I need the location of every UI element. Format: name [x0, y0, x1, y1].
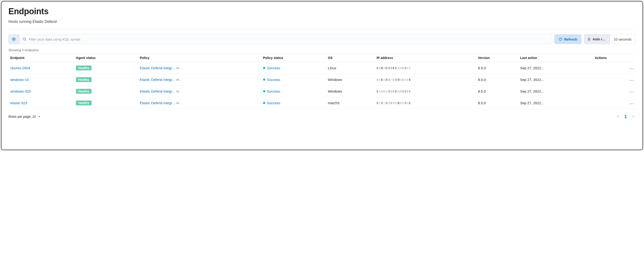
col-os[interactable]: OS	[326, 54, 374, 62]
rows-per-page-label: Rows per page: 10	[8, 115, 36, 119]
ip-redacted	[377, 90, 474, 93]
result-count: Showing 4 endpoints	[8, 48, 636, 52]
rows-per-page-select[interactable]: Rows per page: 10	[8, 115, 41, 119]
auto-refresh-label: Auto ref...	[592, 37, 606, 41]
pager-next[interactable]	[631, 114, 636, 120]
filter-icon	[12, 37, 16, 41]
table-row: elastic-523HealthyElastic Defend integr.…	[8, 97, 636, 109]
policy-link[interactable]: Elastic Defend integr...	[140, 66, 175, 70]
table-footer: Rows per page: 10 1	[8, 114, 636, 120]
chevron-right-icon	[632, 115, 635, 118]
os-cell: Linux	[326, 62, 374, 74]
last-active-cell: Sep 27, 2022...	[518, 97, 593, 109]
page-subtitle: Hosts running Elastic Defend	[8, 19, 636, 24]
policy-rev: re...	[176, 66, 181, 70]
version-cell: 8.5.0	[476, 97, 518, 109]
last-active-cell: Sep 27, 2022...	[518, 62, 593, 74]
policy-rev: re...	[176, 90, 181, 93]
policy-link[interactable]: Elastic Defend integr...	[140, 101, 175, 105]
chevron-down-icon	[38, 115, 41, 118]
row-actions-menu[interactable]	[628, 91, 635, 94]
divider	[8, 29, 636, 29]
policy-status-link[interactable]: Success	[267, 89, 280, 93]
os-cell: macOS	[326, 97, 374, 109]
policy-status-link[interactable]: Success	[267, 66, 280, 70]
filter-options-button[interactable]	[8, 34, 19, 44]
page-title: Endpoints	[8, 6, 636, 16]
col-ip[interactable]: IP address	[375, 54, 476, 62]
col-policy-status[interactable]: Policy status	[261, 54, 326, 62]
version-cell: 8.5.0	[476, 74, 518, 86]
search-icon	[23, 37, 26, 41]
os-cell: Windows	[326, 86, 374, 97]
chevron-left-icon	[617, 115, 620, 118]
col-last-active[interactable]: Last active	[518, 54, 593, 62]
auto-refresh-button[interactable]: Auto ref...	[584, 34, 610, 44]
refresh-label: Refresh	[564, 37, 577, 41]
policy-rev: re...	[176, 78, 181, 81]
refresh-icon	[559, 37, 562, 41]
pager-page-1[interactable]: 1	[624, 114, 628, 119]
endpoint-link[interactable]: elastic-523	[10, 101, 27, 105]
policy-rev: re...	[176, 101, 181, 105]
row-actions-menu[interactable]	[628, 102, 635, 105]
version-cell: 8.5.0	[476, 62, 518, 74]
last-active-cell: Sep 27, 2022...	[518, 86, 593, 97]
ip-redacted	[377, 67, 474, 69]
toolbar: Refresh Auto ref... 10 seconds	[8, 34, 636, 44]
auto-refresh-interval[interactable]: 10 seconds	[610, 34, 635, 44]
col-agent-status[interactable]: Agent status	[74, 54, 138, 62]
col-policy[interactable]: Policy	[138, 54, 261, 62]
success-dot-icon	[263, 102, 265, 104]
table-row: windows-329HealthyElastic Defend integr.…	[8, 86, 636, 97]
refresh-button[interactable]: Refresh	[554, 34, 582, 44]
policy-status-link[interactable]: Success	[267, 101, 280, 105]
endpoint-link[interactable]: windows-329	[10, 89, 31, 93]
endpoints-table: Endpoint Agent status Policy Policy stat…	[8, 53, 636, 109]
col-version[interactable]: Version	[476, 54, 518, 62]
status-badge: Healthy	[76, 66, 92, 70]
success-dot-icon	[263, 67, 265, 69]
app-frame: Endpoints Hosts running Elastic Defend R…	[1, 1, 643, 150]
ip-redacted	[377, 102, 474, 104]
row-actions-menu[interactable]	[628, 79, 635, 82]
search-field[interactable]	[19, 34, 552, 44]
auto-refresh-group: Auto ref... 10 seconds	[584, 34, 636, 44]
col-actions: Actions	[593, 54, 636, 62]
pagination: 1	[616, 114, 636, 120]
endpoint-link[interactable]: windows-10	[10, 78, 29, 82]
timer-icon	[588, 37, 591, 41]
policy-link[interactable]: Elastic Defend integr...	[140, 89, 175, 93]
policy-link[interactable]: Elastic Defend integr...	[140, 78, 175, 82]
success-dot-icon	[263, 79, 265, 81]
endpoint-link[interactable]: ubuntu-2004	[10, 66, 30, 70]
table-row: ubuntu-2004HealthyElastic Defend integr.…	[8, 62, 636, 74]
status-badge: Healthy	[76, 77, 92, 82]
success-dot-icon	[263, 90, 265, 92]
pager-prev[interactable]	[616, 114, 620, 120]
version-cell: 8.5.0	[476, 86, 518, 97]
table-header-row: Endpoint Agent status Policy Policy stat…	[8, 54, 636, 62]
table-row: windows-10HealthyElastic Defend integr..…	[8, 74, 636, 86]
ip-redacted	[377, 79, 474, 81]
policy-status-link[interactable]: Success	[267, 78, 280, 82]
os-cell: Windows	[326, 74, 374, 86]
row-actions-menu[interactable]	[628, 67, 635, 70]
col-endpoint[interactable]: Endpoint	[8, 54, 74, 62]
search-input[interactable]	[29, 37, 548, 41]
status-badge: Healthy	[76, 101, 92, 105]
last-active-cell: Sep 27, 2022...	[518, 74, 593, 86]
status-badge: Healthy	[76, 89, 92, 94]
